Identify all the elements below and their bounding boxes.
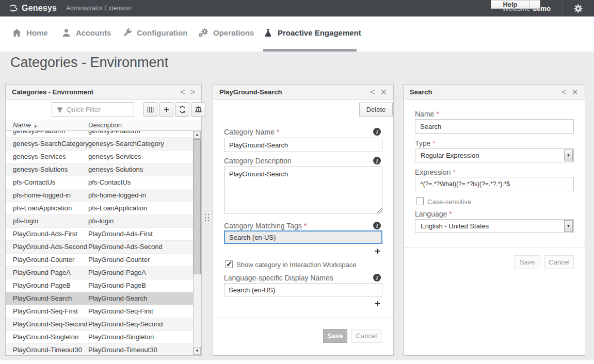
save-button[interactable]: Save: [514, 255, 540, 269]
table-row[interactable]: pfs-LoanApplicationpfs-LoanApplication: [6, 202, 194, 215]
tab-proactive-engagement[interactable]: Proactive Engagement: [263, 16, 361, 49]
language-select[interactable]: English - United States ▼: [415, 219, 574, 233]
list-scrollbar[interactable]: ▲ ▼: [193, 131, 201, 355]
table-row[interactable]: PlayGround-Seq-FirstPlayGround-Seq-First: [6, 305, 194, 318]
help-button[interactable]: Help: [491, 0, 529, 9]
search-panel-title: Search: [404, 88, 432, 96]
panel-close-icon[interactable]: ✕: [380, 88, 387, 96]
refresh-button[interactable]: [175, 102, 189, 117]
row-description-cell: genesys-Services: [88, 153, 141, 160]
row-description-cell: pfs-login: [88, 217, 114, 225]
row-name-cell: PlayGround-PageA: [13, 269, 71, 276]
table-row[interactable]: PlayGround-SearchPlayGround-Search: [6, 292, 194, 305]
panel-splitter-handle[interactable]: [202, 84, 213, 356]
panel-prev-icon[interactable]: <: [180, 88, 185, 96]
tab-operations[interactable]: Operations: [199, 16, 254, 49]
row-name-cell: PlayGround-Ads-Second: [13, 243, 87, 251]
table-row[interactable]: genesys-Servicesgenesys-Services: [6, 151, 194, 163]
textarea-resize-grip[interactable]: [377, 208, 382, 213]
cancel-button[interactable]: Cancel: [544, 255, 574, 269]
table-row[interactable]: PlayGround-Timeout30PlayGround-Timeout30: [6, 344, 194, 355]
name-label: Name*: [415, 110, 439, 118]
info-icon[interactable]: i: [373, 274, 381, 282]
delete-button[interactable]: Delete: [359, 103, 393, 117]
scroll-down-arrow-icon[interactable]: ▼: [194, 347, 201, 355]
row-description-cell: PlayGround-Counter: [88, 256, 150, 263]
table-row[interactable]: pfs-loginpfs-login: [6, 215, 194, 228]
row-name-cell: pfs-login: [13, 217, 38, 225]
row-description-cell: PlayGround-Seq-First: [88, 307, 153, 315]
search-tag-panel: Search < ✕ Name* Type* Regular Expressio…: [403, 84, 585, 356]
category-name-input[interactable]: [224, 138, 382, 152]
category-description-textarea[interactable]: PlayGround-Search: [224, 167, 382, 213]
panel-collapse-icon[interactable]: <: [561, 88, 566, 96]
add-tag-plus-icon[interactable]: +: [375, 246, 380, 256]
table-row[interactable]: genesys-Solutionsgenesys-Solutions: [6, 163, 194, 176]
filter-funnel-icon: [57, 107, 63, 113]
tab-configuration[interactable]: Configuration: [122, 16, 187, 49]
table-row[interactable]: genesys-Platformgenesys-Platform: [6, 131, 194, 138]
show-in-workspace-checkbox[interactable]: [225, 260, 233, 268]
scroll-up-arrow-icon[interactable]: ▲: [194, 131, 201, 139]
drag-dots-icon: [205, 214, 209, 221]
tab-proactive-engagement-label: Proactive Engagement: [278, 28, 361, 37]
matching-tags-list[interactable]: Search (en-US): [224, 230, 382, 244]
table-row[interactable]: pfs-home-logged-inpfs-home-logged-in: [6, 189, 194, 202]
flask-icon: [263, 28, 273, 38]
save-button[interactable]: Save: [323, 329, 347, 343]
expression-input[interactable]: [415, 177, 574, 191]
row-name-cell: PlayGround-Seq-Second: [13, 320, 88, 328]
panel-collapse-icon[interactable]: <: [370, 88, 375, 96]
table-row[interactable]: PlayGround-PageAPlayGround-PageA: [6, 267, 194, 279]
required-asterisk: *: [436, 110, 439, 118]
row-description-cell: genesys-SearchCategory: [88, 140, 164, 147]
quick-filter-input[interactable]: [67, 103, 134, 117]
app-window: Genesys Administrator Extension Welcome …: [0, 0, 594, 364]
genesys-logo-icon: [7, 3, 19, 14]
display-names-list[interactable]: Search (en-US): [224, 283, 382, 296]
matching-tag-item[interactable]: Search (en-US): [225, 234, 276, 241]
cancel-button[interactable]: Cancel: [351, 329, 381, 343]
row-name-cell: pfs-home-logged-in: [13, 191, 71, 199]
name-input[interactable]: [415, 119, 574, 134]
column-header-name[interactable]: Name▲: [13, 121, 38, 129]
case-sensitive-label: Case-sensitive: [427, 198, 471, 206]
column-header-description[interactable]: Description: [88, 121, 122, 129]
case-sensitive-checkbox[interactable]: [416, 197, 424, 205]
display-name-item[interactable]: Search (en-US): [224, 286, 275, 294]
panel-close-icon[interactable]: ✕: [572, 88, 579, 96]
row-name-cell: PlayGround-Search: [13, 294, 72, 302]
accounts-person-icon: [61, 28, 71, 38]
tab-accounts[interactable]: Accounts: [61, 16, 111, 49]
info-icon[interactable]: i: [373, 128, 381, 136]
table-row[interactable]: pfs-ContactUspfs-ContactUs: [6, 176, 194, 189]
table-row[interactable]: PlayGround-SingletonPlayGround-Singleton: [6, 331, 194, 344]
table-row[interactable]: PlayGround-CounterPlayGround-Counter: [6, 254, 194, 267]
type-select[interactable]: Regular Expression ▼: [415, 148, 574, 162]
table-row[interactable]: PlayGround-Ads-SecondPlayGround-Ads-Seco…: [6, 241, 194, 254]
tab-home-label: Home: [26, 28, 48, 37]
tab-home[interactable]: Home: [12, 16, 48, 49]
table-row[interactable]: genesys-SearchCategorygenesys-SearchCate…: [6, 138, 194, 151]
dropdown-arrow-icon[interactable]: ▼: [564, 150, 573, 161]
settings-gear-button[interactable]: [562, 0, 594, 16]
table-row[interactable]: PlayGround-Seq-SecondPlayGround-Seq-Seco…: [6, 318, 194, 331]
dropdown-arrow-icon[interactable]: ▼: [564, 220, 573, 232]
info-icon[interactable]: i: [373, 222, 381, 229]
scrollbar-thumb[interactable]: [194, 139, 201, 274]
column-picker-button[interactable]: [143, 102, 157, 117]
required-asterisk: *: [453, 168, 455, 176]
add-category-button[interactable]: +: [159, 102, 173, 117]
info-icon[interactable]: i: [373, 157, 381, 164]
panel-next-icon[interactable]: >: [190, 88, 195, 96]
category-description-label: Category Description: [224, 157, 292, 165]
active-tab-underline: [263, 49, 357, 52]
row-description-cell: PlayGround-Ads-Second: [88, 243, 163, 251]
row-description-cell: PlayGround-Timeout30: [88, 346, 157, 354]
gear-icon: [574, 4, 583, 13]
add-display-name-plus-icon[interactable]: +: [375, 299, 380, 308]
footer-divider: [404, 247, 585, 247]
table-row[interactable]: PlayGround-Ads-FirstPlayGround-Ads-First: [6, 228, 194, 241]
category-name-label: Category Name*: [224, 128, 280, 136]
table-row[interactable]: PlayGround-PageBPlayGround-PageB: [6, 279, 194, 292]
